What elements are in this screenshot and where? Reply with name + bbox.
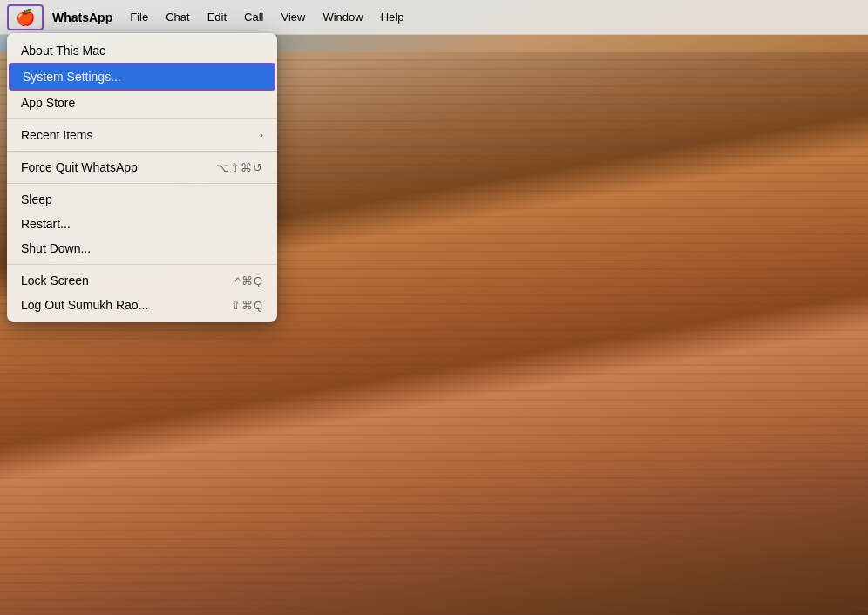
menu-item-sleep[interactable]: Sleep — [7, 187, 277, 212]
apple-icon: 🍎 — [16, 8, 35, 27]
menu-separator-3 — [7, 183, 277, 184]
menu-item-recent-items[interactable]: Recent Items › — [7, 123, 277, 147]
menu-item-label: Shut Down... — [21, 241, 91, 255]
menubar-view[interactable]: View — [272, 4, 314, 30]
menu-item-system-settings[interactable]: System Settings... — [9, 63, 275, 91]
shortcut-lock-screen: ^⌘Q — [235, 274, 263, 287]
menubar-chat[interactable]: Chat — [157, 4, 198, 30]
menubar-whatsapp[interactable]: WhatsApp — [44, 4, 121, 30]
menubar-help[interactable]: Help — [372, 4, 413, 30]
menu-item-label: Lock Screen — [21, 274, 89, 287]
shortcut-force-quit: ⌥⇧⌘↺ — [216, 161, 263, 174]
apple-menu-button[interactable]: 🍎 — [7, 4, 44, 30]
menu-item-lock-screen[interactable]: Lock Screen ^⌘Q — [7, 268, 277, 293]
menu-item-app-store[interactable]: App Store — [7, 91, 277, 115]
menu-item-force-quit[interactable]: Force Quit WhatsApp ⌥⇧⌘↺ — [7, 155, 277, 179]
menubar-call[interactable]: Call — [235, 4, 272, 30]
submenu-chevron-icon: › — [260, 129, 263, 141]
menu-item-restart[interactable]: Restart... — [7, 212, 277, 236]
menu-item-log-out[interactable]: Log Out Sumukh Rao... ⇧⌘Q — [7, 293, 277, 317]
menu-separator-2 — [7, 151, 277, 152]
menu-separator-1 — [7, 118, 277, 119]
menu-item-shut-down[interactable]: Shut Down... — [7, 236, 277, 260]
menubar-window[interactable]: Window — [314, 4, 371, 30]
menu-separator-4 — [7, 264, 277, 265]
menu-item-label: Sleep — [21, 193, 52, 206]
shortcut-log-out: ⇧⌘Q — [231, 299, 263, 312]
menu-item-about[interactable]: About This Mac — [7, 38, 277, 63]
menu-item-label: About This Mac — [21, 44, 105, 57]
menu-item-label: Restart... — [21, 217, 71, 231]
menubar: 🍎 WhatsApp File Chat Edit Call View Wind… — [0, 0, 868, 35]
menu-item-label: Recent Items — [21, 128, 92, 142]
menubar-file[interactable]: File — [121, 4, 157, 30]
menu-item-label: System Settings... — [23, 70, 121, 84]
menubar-edit[interactable]: Edit — [199, 4, 235, 30]
menu-item-label: Force Quit WhatsApp — [21, 160, 138, 174]
menu-item-label: App Store — [21, 96, 75, 110]
apple-dropdown-menu: About This Mac System Settings... App St… — [7, 33, 277, 322]
menu-item-label: Log Out Sumukh Rao... — [21, 298, 148, 312]
